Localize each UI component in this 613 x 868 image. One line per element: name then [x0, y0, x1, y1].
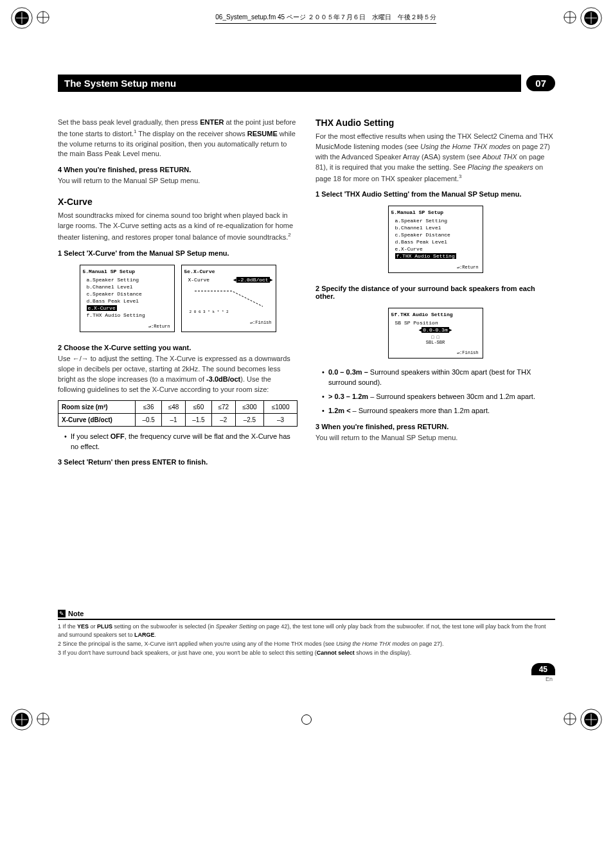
ref-italic: Using the Home THX modes	[420, 143, 510, 150]
range-label: 1.2m <	[328, 407, 353, 414]
registration-icon	[36, 10, 50, 26]
menu-item-selected: f.THX Audio Setting	[395, 253, 456, 259]
xcurve-step-2-body: Use ←/→ to adjust the setting. The X-Cur…	[58, 354, 298, 395]
table-cell: ≤60	[186, 400, 212, 413]
xcurve-step-3: 3 Select 'Return' then press ENTER to fi…	[58, 458, 298, 466]
yes-label: YES	[77, 623, 89, 630]
range-label: > 0.3 – 1.2m	[328, 393, 368, 400]
diagram-row: SBL-SBR	[389, 340, 483, 345]
off-label: OFF	[111, 432, 125, 440]
chapter-badge: 07	[526, 75, 555, 91]
note-1: 1 If the YES or PLUS setting on the subw…	[58, 623, 555, 638]
bold-value: -3.0dB/oct	[206, 375, 240, 383]
menu-item: d.Bass Peak Level	[80, 297, 174, 305]
speaker-diagram-icon: □ □ SBL-SBR	[389, 333, 483, 345]
intro-para: Set the bass peak level gradually, then …	[58, 118, 298, 159]
table-cell: –0.5	[136, 413, 162, 426]
note-3: 3 If you don't have surround back speake…	[58, 649, 555, 657]
text: The display on the receiver shows	[136, 130, 247, 137]
distance-bullet-3: 1.2m < – Surround speakers more than 1.2…	[322, 406, 555, 416]
finish-label: :Finish	[459, 350, 478, 355]
plot-ticks: 2 0 6 3 * k * * 2	[182, 309, 276, 315]
center-mark-icon	[301, 714, 312, 725]
page-number: 45	[531, 663, 555, 675]
print-header: 06_System_setup.fm 45 ページ ２００５年７月６日 水曜日 …	[0, 0, 613, 30]
table-cell: –3	[264, 413, 298, 426]
text: 3 If you don't have surround back speake…	[58, 650, 317, 656]
thx-step-3: 3 When you're finished, press RETURN.	[315, 423, 555, 430]
right-column: THX Audio Setting For the most effective…	[315, 118, 555, 468]
sb-sp-label: SB SP Position	[389, 319, 483, 326]
thx-para: For the most effective results when usin…	[315, 132, 555, 184]
registration-icon	[563, 712, 577, 727]
table-cell: ≤300	[235, 400, 263, 413]
table-header: Room size (m²)	[58, 400, 136, 413]
cannot-select-label: Cannot select	[317, 650, 355, 656]
menu-title: 5.Manual SP Setup	[80, 268, 174, 276]
step-4-body: You will return to the Manual SP Setup m…	[58, 176, 298, 186]
enter-key: ENTER	[200, 118, 224, 126]
range-label: 0.0 – 0.3m –	[328, 368, 370, 376]
plus-label: PLUS	[97, 623, 112, 630]
thx-step-1: 1 Select 'THX Audio Setting' from the Ma…	[315, 190, 555, 198]
crop-mark-icon	[580, 708, 603, 731]
thx-step-3-body: You will return to the Manual SP Setup m…	[315, 433, 555, 443]
page-content: The System Setup menu 07 Set the bass pe…	[0, 30, 613, 708]
xcurve-heading: X-Curve	[58, 197, 298, 207]
menu-item: a.Speaker Setting	[389, 217, 483, 224]
menu-item: b.Channel Level	[80, 283, 174, 290]
xcurve-para: Most soundtracks mixed for cinema sound …	[58, 211, 298, 242]
text: 2 Since the principal is the same, X-Cur…	[58, 641, 336, 647]
notes-section: ✎ Note 1 If the YES or PLUS setting on t…	[58, 610, 555, 682]
text: .	[155, 632, 157, 638]
text: setting on the subwoofer is selected (in	[112, 623, 216, 630]
note-label: Note	[68, 610, 84, 617]
menu-title: 5f.THX Audio Setting	[389, 311, 483, 319]
text: Set the bass peak level gradually, then …	[58, 118, 200, 126]
menu-thx-audio-setting: 5f.THX Audio Setting SB SP Position ◀0.0…	[388, 308, 483, 359]
step-4: 4 When you're finished, press RETURN.	[58, 166, 298, 173]
menu-item: c.Speaker Distance	[389, 231, 483, 238]
crop-mark-icon	[10, 6, 33, 30]
footnote-ref: 3	[459, 173, 461, 179]
menu-item: f.THX Audio Setting	[80, 312, 174, 319]
diagram-row: □ □	[389, 335, 483, 340]
crop-mark-icon	[10, 708, 33, 731]
table-cell: ≤36	[136, 400, 162, 413]
lang-label: En	[58, 676, 553, 682]
xcurve-value: -2.0dB/oct	[236, 277, 270, 283]
text: or	[89, 623, 97, 630]
left-column: Set the bass peak level gradually, then …	[58, 118, 298, 468]
room-size-table: Room size (m²) ≤36 ≤48 ≤60 ≤72 ≤300 ≤100…	[58, 400, 298, 427]
xcurve-label: X-Curve	[188, 277, 210, 283]
registration-icon	[563, 10, 577, 26]
menu-item: c.Speaker Distance	[80, 290, 174, 297]
xcurve-plot-icon	[182, 283, 276, 309]
text: If you select	[71, 432, 111, 440]
text: Most soundtracks mixed for cinema sound …	[58, 211, 293, 241]
note-icon: ✎	[58, 610, 66, 617]
menu-manual-sp-setup-thx: 5.Manual SP Setup a.Speaker Setting b.Ch…	[388, 206, 483, 273]
ref-italic: Using the Home THX modes	[336, 641, 410, 647]
xcurve-step-1: 1 Select 'X-Curve' from the Manual SP Se…	[58, 249, 298, 257]
return-label: :Return	[151, 324, 170, 329]
note-2: 2 Since the principal is the same, X-Cur…	[58, 640, 555, 648]
print-footer	[0, 708, 613, 738]
table-cell: –1	[162, 413, 186, 426]
ref-italic: About THX	[483, 153, 517, 161]
table-cell: –1.5	[186, 413, 212, 426]
text: shows in the display).	[355, 650, 412, 656]
page-number-area: 45 En	[58, 663, 555, 682]
registration-icon	[36, 712, 50, 727]
table-cell: –2.5	[235, 413, 263, 426]
thx-heading: THX Audio Setting	[315, 118, 555, 128]
crop-mark-icon	[580, 6, 603, 30]
table-cell: ≤72	[211, 400, 235, 413]
text: Use	[58, 355, 73, 362]
menu-title: 5e.X-Curve	[182, 268, 276, 276]
left-right-arrow-icon: ←/→	[73, 355, 89, 362]
text: 1 If the	[58, 623, 77, 630]
table-cell: ≤48	[162, 400, 186, 413]
xcurve-step-2: 2 Choose the X-Curve setting you want.	[58, 344, 298, 351]
off-bullet: If you select OFF, the frequency curve w…	[64, 432, 298, 452]
